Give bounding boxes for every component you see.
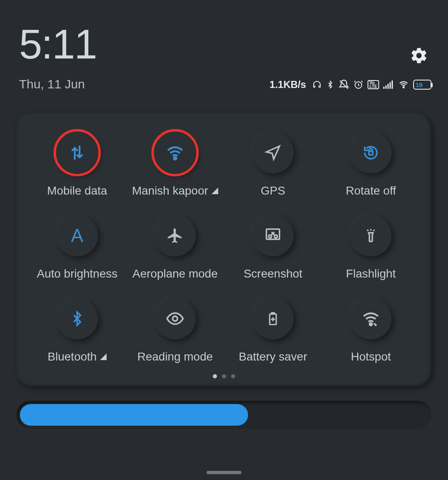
brightness-fill	[20, 404, 248, 426]
battery-indicator: 19	[413, 80, 431, 90]
hotspot-label: Hotspot	[351, 350, 391, 363]
torch-icon	[362, 227, 380, 244]
svg-rect-1	[383, 87, 385, 89]
tile-screenshot: Screenshot	[224, 215, 322, 280]
dnd-off-icon	[338, 79, 349, 90]
screenshot-toggle[interactable]	[252, 215, 294, 256]
settings-button[interactable]	[409, 46, 429, 66]
status-bar: 1.1KB/s VoLTE 19	[270, 79, 431, 90]
volte-icon: VoLTE	[368, 80, 379, 89]
letter-a-icon: A	[71, 225, 83, 246]
tiles-grid: Mobile data Manish kapoor GPS Rotate off	[28, 132, 420, 363]
svg-point-7	[174, 157, 176, 159]
cellular-signal-icon	[383, 80, 394, 89]
page-dot-2	[222, 374, 226, 378]
tile-reading: Reading mode	[126, 298, 224, 363]
eye-icon	[166, 309, 185, 328]
auto-brightness-label: Auto brightness	[37, 267, 118, 280]
bluetooth-status-icon	[326, 80, 334, 90]
svg-point-6	[403, 87, 404, 88]
location-arrow-icon	[264, 144, 282, 161]
svg-point-11	[275, 235, 278, 238]
nav-handle[interactable]	[207, 471, 241, 474]
reading-label: Reading mode	[137, 350, 213, 363]
battery-saver-toggle[interactable]	[252, 298, 294, 339]
svg-rect-5	[392, 80, 393, 89]
svg-point-10	[269, 235, 272, 238]
svg-rect-4	[390, 82, 391, 89]
tile-wifi: Manish kapoor	[126, 132, 224, 197]
header: 5:11 Thu, 11 Jun 1.1KB/s VoLTE 19	[0, 0, 448, 91]
tile-rotate: Rotate off	[322, 132, 420, 197]
tile-battery-saver: Battery saver	[224, 298, 322, 363]
chevron-icon	[212, 188, 218, 194]
aeroplane-label: Aeroplane mode	[132, 267, 217, 280]
flashlight-toggle[interactable]	[350, 215, 392, 256]
brightness-slider[interactable]	[17, 401, 431, 429]
mobile-data-label: Mobile data	[47, 184, 107, 197]
aeroplane-toggle[interactable]	[154, 215, 196, 256]
hotspot-toggle[interactable]	[350, 298, 392, 339]
bluetooth-icon	[69, 309, 85, 328]
data-arrows-icon	[68, 143, 87, 162]
battery-plus-icon	[265, 309, 281, 328]
bluetooth-toggle[interactable]	[56, 298, 98, 339]
scissors-icon	[264, 227, 282, 244]
page-dot-3	[231, 374, 235, 378]
alarm-icon	[353, 80, 363, 90]
tile-bluetooth: Bluetooth	[28, 298, 126, 363]
reading-toggle[interactable]	[154, 298, 196, 339]
wifi-status-icon	[398, 80, 409, 89]
tile-flashlight: Flashlight	[322, 215, 420, 280]
page-dot-1	[213, 374, 217, 378]
mobile-data-toggle[interactable]	[56, 132, 98, 173]
auto-brightness-toggle[interactable]: A	[56, 215, 98, 256]
rotate-lock-icon	[362, 144, 380, 162]
quick-settings-panel: Mobile data Manish kapoor GPS Rotate off	[17, 113, 431, 387]
svg-rect-2	[385, 85, 387, 89]
tile-hotspot: Hotspot	[322, 298, 420, 363]
clock-time: 5:11	[19, 23, 429, 65]
tile-mobile-data: Mobile data	[28, 132, 126, 197]
wifi-toggle[interactable]	[154, 132, 196, 173]
headphone-icon	[312, 80, 322, 90]
airplane-icon	[166, 227, 184, 244]
rotate-label: Rotate off	[346, 184, 396, 197]
svg-rect-3	[387, 84, 389, 89]
network-speed: 1.1KB/s	[270, 79, 306, 90]
tile-aeroplane: Aeroplane mode	[126, 215, 224, 280]
tile-auto-brightness: A Auto brightness	[28, 215, 126, 280]
chevron-icon	[100, 353, 107, 360]
svg-rect-8	[369, 151, 373, 155]
gear-icon	[410, 46, 428, 65]
battery-saver-label: Battery saver	[239, 350, 307, 363]
rotate-toggle[interactable]	[350, 132, 392, 173]
screenshot-label: Screenshot	[243, 267, 302, 280]
wifi-label[interactable]: Manish kapoor	[132, 184, 218, 197]
gps-toggle[interactable]	[252, 132, 294, 173]
svg-point-12	[173, 316, 178, 321]
battery-percentage: 19	[415, 81, 424, 88]
flashlight-label: Flashlight	[346, 267, 396, 280]
tile-gps: GPS	[224, 132, 322, 197]
wifi-icon	[166, 143, 185, 162]
gps-label: GPS	[261, 184, 285, 197]
hotspot-icon	[361, 309, 380, 328]
bluetooth-label[interactable]: Bluetooth	[48, 350, 107, 363]
page-indicator[interactable]	[28, 374, 420, 378]
svg-point-14	[370, 323, 372, 326]
